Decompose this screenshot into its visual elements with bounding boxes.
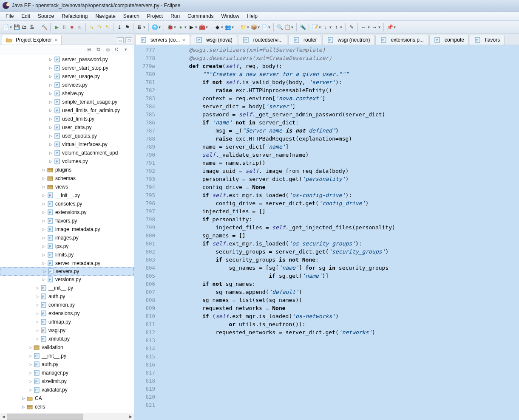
expand-icon[interactable]: ▷ [34, 303, 40, 307]
last-edit-icon[interactable]: ✎ [348, 24, 355, 31]
new-file-icon-dropdown[interactable]: ▼ [268, 24, 271, 31]
filters-icon[interactable]: ⑆ [115, 47, 121, 53]
new-icon-dropdown[interactable]: ▼ [9, 24, 12, 31]
tree-item[interactable]: ▷Pvolumes.py [0, 157, 134, 166]
annotations-icon[interactable]: 📝 [312, 24, 318, 31]
menu-file[interactable]: File [2, 12, 17, 20]
expand-icon[interactable]: ▷ [48, 125, 54, 130]
expand-icon[interactable]: ▷ [48, 57, 54, 62]
git-icon-dropdown[interactable]: ▼ [221, 24, 224, 31]
step-return-icon[interactable]: ↰ [104, 24, 111, 31]
step-into-icon[interactable]: ↳ [88, 24, 95, 31]
server-icon[interactable]: 🖥 [136, 24, 143, 31]
open-task-icon-dropdown[interactable]: ▼ [291, 24, 294, 31]
tree-item[interactable]: ▷Pflavors.py [0, 217, 134, 225]
scrollbar-thumb[interactable] [7, 414, 83, 420]
tree-item[interactable]: ▷Pauth.py [0, 292, 134, 301]
expand-icon[interactable]: ▷ [34, 337, 40, 341]
expand-icon[interactable]: ▷ [27, 345, 33, 350]
tree-item[interactable]: ▷Pversions.py [0, 275, 134, 284]
expand-icon[interactable]: ▷ [41, 202, 47, 206]
close-icon[interactable]: ✕ [182, 38, 185, 42]
tree-item[interactable]: ▷Pauth.py [0, 360, 134, 369]
run-icon-dropdown[interactable]: ▼ [184, 24, 187, 31]
open-task-icon[interactable]: 📋 [284, 24, 291, 31]
tree-item[interactable]: ▷views [0, 183, 134, 191]
pause-icon[interactable]: ⏸ [61, 24, 68, 31]
tree-item[interactable]: ▷Pconsoles.py [0, 200, 134, 208]
expand-icon[interactable]: ▷ [34, 294, 40, 299]
tree-item[interactable]: ▷Pmanager.py [0, 369, 134, 377]
tree-item[interactable]: ▷Purlmap.py [0, 318, 134, 326]
prev-annotation-icon[interactable]: ↑ [333, 24, 340, 31]
open-type-icon[interactable]: 🔍 [276, 24, 283, 31]
collapse-all-icon[interactable]: ⊟ [87, 47, 93, 53]
expand-icon[interactable]: ▷ [48, 91, 54, 96]
next-annotation-icon-dropdown[interactable]: ▼ [329, 24, 332, 31]
expand-icon[interactable]: ▷ [41, 193, 47, 197]
resume-icon[interactable]: ▶ [53, 24, 60, 31]
tree-item[interactable]: ▷plugins [0, 166, 134, 174]
run-last-icon-dropdown[interactable]: ▼ [195, 24, 198, 31]
disconnect-icon[interactable]: ⎋ [76, 24, 83, 31]
expand-icon[interactable]: ▷ [41, 210, 47, 214]
tree-item[interactable]: ▷Psizelimit.py [0, 377, 134, 386]
tree-item[interactable]: ▷Pservers.py [0, 267, 134, 276]
search-icon[interactable]: 🔦 [299, 24, 306, 31]
menu-edit[interactable]: Edit [17, 12, 34, 20]
tree-item[interactable]: ▷Pserver_metadata.py [0, 259, 134, 268]
expand-icon[interactable]: ▷ [41, 253, 47, 257]
tree-item[interactable]: ▷Puser_data.py [0, 123, 134, 132]
expand-icon[interactable]: ▷ [41, 176, 47, 180]
editor-tab[interactable]: Pflavors [470, 35, 505, 45]
editor-tab[interactable]: Pwsgi (nova) [191, 35, 237, 45]
expand-icon[interactable]: ▷ [27, 379, 33, 383]
tree-item[interactable]: ▷Pips.py [0, 242, 134, 251]
tree-item[interactable]: ▷schemas [0, 174, 134, 183]
editor-tab[interactable]: Pservers (co...✕ [135, 35, 190, 45]
expand-icon[interactable]: ▷ [27, 388, 33, 392]
menu-source[interactable]: Source [34, 12, 58, 20]
menu-search[interactable]: Search [119, 12, 143, 20]
expand-icon[interactable]: ▷ [27, 354, 33, 358]
expand-icon[interactable]: ▷ [41, 227, 47, 231]
tree-item[interactable]: ▷cells [0, 403, 134, 411]
tree-item[interactable]: ▷Pxmlutil.py [0, 335, 134, 343]
save-all-icon[interactable]: 🗂 [21, 24, 28, 31]
tree-item[interactable]: ▷Pwsgi.py [0, 326, 134, 335]
back-icon-dropdown[interactable]: ▼ [367, 24, 370, 31]
tree-item[interactable]: ▷Puser_quotas.py [0, 132, 134, 140]
ext-tools-icon-dropdown[interactable]: ▼ [205, 24, 208, 31]
tree-item[interactable]: ▷P__init__.py [0, 284, 134, 292]
new-project-icon-dropdown[interactable]: ▼ [247, 24, 250, 31]
expand-icon[interactable]: ▷ [20, 396, 26, 400]
forward-icon[interactable]: → [371, 24, 378, 31]
new-file-icon[interactable]: 📄 [261, 24, 268, 31]
expand-icon[interactable]: ▷ [48, 66, 54, 70]
run-last-icon[interactable]: ▶ [188, 24, 195, 31]
new-project-icon[interactable]: 📁 [240, 24, 247, 31]
pin-icon-dropdown[interactable]: ▼ [393, 24, 396, 31]
tree-item[interactable]: ▷Pcommon.py [0, 301, 134, 309]
expand-icon[interactable]: ▷ [48, 100, 54, 104]
expand-icon[interactable]: ▷ [34, 320, 40, 324]
tree-item[interactable]: ▷Pextensions.py [0, 309, 134, 318]
new-package-icon-dropdown[interactable]: ▼ [257, 24, 260, 31]
maximize-view-icon[interactable]: ◻ [125, 37, 132, 43]
close-icon[interactable]: ✕ [54, 38, 58, 42]
tree-item[interactable]: ▷Pserver_start_stop.py [0, 64, 134, 72]
editor-tab[interactable]: Pwsgi (neutron) [322, 35, 374, 45]
link-with-editor-icon[interactable]: ⇆ [96, 47, 102, 53]
print-icon[interactable]: 🖶 [28, 24, 35, 31]
project-tree[interactable]: ▷Pserver_password.py▷Pserver_start_stop.… [0, 54, 134, 413]
forward-icon-dropdown[interactable]: ▼ [378, 24, 381, 31]
team-icon-dropdown[interactable]: ▼ [231, 24, 234, 31]
team-icon[interactable]: 👥 [224, 24, 231, 31]
tree-item[interactable]: ▷Plimits.py [0, 251, 134, 259]
expand-icon[interactable]: ▷ [48, 134, 54, 138]
editor-tab[interactable]: Prouter [288, 35, 321, 45]
menu-project[interactable]: Project [143, 12, 167, 20]
expand-icon[interactable]: ▷ [27, 362, 33, 366]
code-area[interactable]: @wsgi.serializers(xml=FullServerTemplate… [158, 45, 519, 420]
expand-icon[interactable]: ▷ [41, 236, 47, 240]
